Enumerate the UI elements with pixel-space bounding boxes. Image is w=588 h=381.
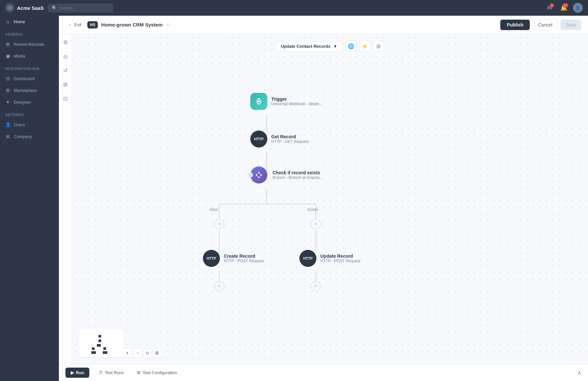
workflow-canvas: Update Contact Records ▼ 🌐 ⚡ ⊞ bbox=[72, 34, 588, 364]
search-input[interactable] bbox=[59, 6, 105, 10]
bottom-bar: ▶ Run ⏱ Test Runs ⚙ Test Configuration ∧ bbox=[59, 364, 588, 381]
test-runs-button[interactable]: ⏱ Test Runs bbox=[95, 368, 128, 378]
sidebar-item-marketplace[interactable]: ⊞ Marketplace bbox=[0, 84, 59, 96]
cancel-button[interactable]: Cancel bbox=[532, 19, 558, 30]
grid-toggle-button[interactable]: ⊞ bbox=[152, 348, 162, 357]
create-record-icon: HTTP bbox=[203, 250, 220, 267]
add-step-btn-left-top[interactable]: + bbox=[214, 219, 224, 229]
target-icon[interactable]: ◎ bbox=[62, 52, 69, 61]
get-record-icon: HTTP bbox=[250, 130, 267, 147]
avatar[interactable]: 👤 bbox=[573, 3, 583, 13]
run-button[interactable]: ▶ Run bbox=[65, 368, 89, 378]
favorite-icon[interactable]: ☆ bbox=[166, 22, 170, 28]
zoom-in-button[interactable]: + bbox=[123, 348, 132, 357]
add-step-btn-left-bottom[interactable]: + bbox=[214, 281, 224, 291]
add-step-btn-right-top[interactable]: + bbox=[311, 219, 321, 229]
chevron-left-icon: ← bbox=[68, 22, 72, 27]
sidebar-item-recent-records[interactable]: ⊞ Recent Records bbox=[0, 38, 59, 50]
bell-icon-btn[interactable]: 🔔 17 bbox=[559, 3, 569, 13]
avatar-icon: 👤 bbox=[575, 6, 580, 10]
canvas-sidebar: ⚙ ◎ ↺ ⊞ ⊡ bbox=[59, 34, 72, 364]
sidebar-item-dashboard[interactable]: ⊟ Dashboard bbox=[0, 73, 59, 84]
zoom-out-button[interactable]: − bbox=[133, 348, 142, 357]
company-icon: ⊞ bbox=[5, 134, 10, 139]
settings-icon[interactable]: ⚙ bbox=[62, 38, 69, 47]
add-step-btn-right-bottom[interactable]: + bbox=[311, 281, 321, 291]
search-icon: 🔍 bbox=[52, 6, 57, 10]
clock-icon: ⏱ bbox=[98, 370, 103, 375]
general-section-label: GENERAL bbox=[0, 27, 59, 38]
settings-small-icon: ⚙ bbox=[137, 370, 141, 375]
zoom-controls: + − ⊡ ⊞ bbox=[123, 348, 162, 357]
globe-tool-btn[interactable]: 🌐 bbox=[346, 41, 357, 52]
sliders-tool-btn[interactable]: ⚡ bbox=[359, 41, 370, 52]
exists-branch-label: Exists bbox=[308, 207, 318, 212]
play-icon: ▶ bbox=[71, 370, 74, 375]
designer-icon: ✦ bbox=[5, 99, 10, 105]
get-record-node[interactable]: HTTP Get Record HTTP - GET Request bbox=[250, 130, 309, 147]
dropdown-chevron-icon: ▼ bbox=[333, 44, 337, 49]
logo: Acme SaaS bbox=[5, 3, 44, 12]
update-record-icon: HTTP bbox=[299, 250, 316, 267]
breadcrumb: ← Exit HS Home-grown CRM System ☆ bbox=[65, 21, 170, 28]
collapse-icon[interactable]: ∧ bbox=[578, 370, 581, 375]
create-record-node[interactable]: HTTP Create Record HTTP - POST Request bbox=[203, 250, 264, 267]
fit-view-button[interactable]: ⊡ bbox=[144, 348, 151, 357]
workflow-selector[interactable]: Update Contact Records ▼ bbox=[276, 41, 342, 51]
settings-section-label: SETTINGS bbox=[0, 108, 59, 119]
test-config-button[interactable]: ⚙ Test Configuration bbox=[133, 368, 181, 378]
sidebar-item-home[interactable]: ⌂ Home bbox=[0, 16, 59, 27]
save-button[interactable]: Save bbox=[561, 20, 581, 30]
marketplace-icon: ⊞ bbox=[5, 88, 10, 93]
svg-point-11 bbox=[258, 100, 260, 102]
sidebar-item-users[interactable]: 👤 Users bbox=[0, 119, 59, 130]
publish-button[interactable]: Publish bbox=[500, 20, 530, 30]
trigger-icon bbox=[250, 93, 267, 110]
update-record-node[interactable]: HTTP Update Record HTTP - POST Request bbox=[299, 250, 360, 267]
file-icon[interactable]: ⊡ bbox=[62, 94, 69, 103]
trigger-node[interactable]: Trigger Universal Webhook - Webh... bbox=[250, 93, 322, 110]
mail-icon-btn[interactable]: ✉ 4 bbox=[544, 3, 555, 13]
exit-button[interactable]: ← Exit bbox=[65, 21, 84, 28]
sidebar-item-company[interactable]: ⊞ Company bbox=[0, 130, 59, 142]
header-actions: Publish Cancel Save bbox=[500, 19, 581, 30]
workflow-badge: HS bbox=[87, 21, 98, 28]
sidebar-item-designer[interactable]: ✦ Designer bbox=[0, 96, 59, 108]
users-icon: 👤 bbox=[5, 122, 10, 127]
logo-icon bbox=[5, 3, 14, 12]
history-icon[interactable]: ↺ bbox=[62, 66, 69, 75]
else-branch-label: Else bbox=[210, 207, 218, 212]
grid-icon[interactable]: ⊞ bbox=[62, 80, 69, 89]
home-icon: ⌂ bbox=[5, 19, 10, 24]
alerts-badge: 17 bbox=[562, 3, 568, 8]
recent-records-icon: ⊞ bbox=[5, 42, 10, 47]
workflow-title: Home-grown CRM System bbox=[101, 22, 163, 27]
sidebar-item-media[interactable]: ▣ Media bbox=[0, 50, 59, 62]
integration-hub-label: INTEGRATION HUB bbox=[0, 62, 59, 73]
mini-map bbox=[79, 328, 124, 357]
mail-badge: 4 bbox=[550, 3, 554, 8]
dashboard-icon: ⊟ bbox=[5, 76, 10, 81]
layout-tool-btn[interactable]: ⊞ bbox=[373, 41, 384, 52]
search-box[interactable]: 🔍 bbox=[48, 4, 113, 12]
canvas-header: ← Exit HS Home-grown CRM System ☆ Publis… bbox=[59, 16, 588, 34]
check-record-node[interactable]: Check if record exists Branch - Branch o… bbox=[250, 166, 323, 183]
svg-point-0 bbox=[9, 7, 10, 9]
media-icon: ▣ bbox=[5, 53, 10, 59]
connector-lines bbox=[72, 34, 588, 364]
